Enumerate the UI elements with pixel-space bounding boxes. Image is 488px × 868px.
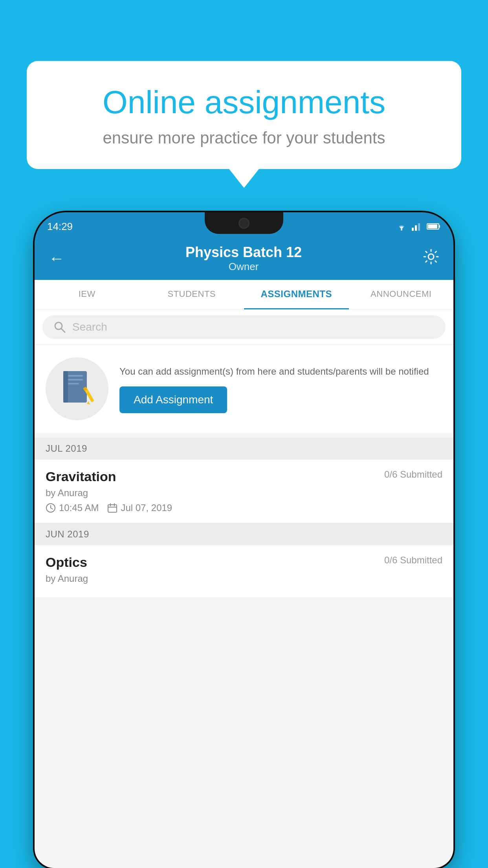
assignment-author-optics: by Anurag bbox=[46, 573, 442, 584]
wifi-icon bbox=[395, 222, 408, 231]
month-header-jul: JUL 2019 bbox=[35, 438, 453, 460]
svg-marker-17 bbox=[87, 401, 90, 405]
assignment-author: by Anurag bbox=[46, 487, 442, 498]
month-label-jun: JUN 2019 bbox=[46, 529, 89, 539]
svg-point-0 bbox=[401, 229, 402, 231]
tab-announcements[interactable]: ANNOUNCEMI bbox=[349, 280, 454, 309]
promo-description: You can add assignment(s) from here and … bbox=[119, 364, 442, 379]
assignment-submitted: 0/6 Submitted bbox=[384, 469, 442, 480]
svg-line-21 bbox=[51, 508, 53, 509]
month-header-jun: JUN 2019 bbox=[35, 523, 453, 545]
settings-button[interactable] bbox=[423, 248, 439, 268]
svg-rect-7 bbox=[428, 224, 437, 228]
assignment-date: Jul 07, 2019 bbox=[107, 502, 172, 513]
assignment-top-row-optics: Optics 0/6 Submitted bbox=[46, 555, 442, 570]
assignment-time-text: 10:45 AM bbox=[59, 502, 99, 513]
svg-line-10 bbox=[61, 329, 65, 332]
status-icons bbox=[395, 222, 441, 231]
signal-icon bbox=[412, 222, 423, 231]
front-camera bbox=[238, 218, 250, 229]
svg-rect-22 bbox=[108, 505, 117, 512]
svg-rect-13 bbox=[68, 375, 83, 377]
add-assignment-button[interactable]: Add Assignment bbox=[119, 386, 227, 413]
svg-point-8 bbox=[428, 254, 434, 259]
phone-frame: 14:29 bbox=[35, 212, 453, 868]
speech-bubble-container: Online assignments ensure more practice … bbox=[27, 61, 461, 188]
speech-bubble: Online assignments ensure more practice … bbox=[27, 61, 461, 169]
assignment-date-text: Jul 07, 2019 bbox=[121, 502, 172, 513]
svg-rect-1 bbox=[412, 228, 414, 231]
svg-rect-6 bbox=[439, 225, 440, 228]
header-title-area: Physics Batch 12 Owner bbox=[64, 244, 423, 273]
speech-bubble-title: Online assignments bbox=[58, 85, 430, 120]
clock-icon bbox=[46, 503, 56, 513]
phone-notch bbox=[205, 212, 283, 234]
phone-screen: 14:29 bbox=[35, 212, 453, 868]
assignment-top-row: Gravitation 0/6 Submitted bbox=[46, 469, 442, 484]
tab-students[interactable]: STUDENTS bbox=[139, 280, 244, 309]
calendar-icon bbox=[107, 503, 117, 513]
assignment-item-optics[interactable]: Optics 0/6 Submitted by Anurag bbox=[35, 545, 453, 598]
app-header: ← Physics Batch 12 Owner bbox=[35, 237, 453, 280]
speech-bubble-subtitle: ensure more practice for your students bbox=[58, 129, 430, 147]
assignment-item-gravitation[interactable]: Gravitation 0/6 Submitted by Anurag 10:4… bbox=[35, 460, 453, 523]
tab-assignments[interactable]: ASSIGNMENTS bbox=[244, 280, 349, 309]
svg-rect-3 bbox=[418, 223, 420, 231]
header-title: Physics Batch 12 bbox=[64, 244, 423, 261]
battery-icon bbox=[427, 223, 441, 230]
status-time: 14:29 bbox=[47, 221, 73, 233]
notebook-icon bbox=[59, 369, 95, 408]
svg-rect-12 bbox=[63, 371, 68, 403]
month-label-jul: JUL 2019 bbox=[46, 443, 87, 454]
phone-content: Search bbox=[35, 310, 453, 868]
search-bar[interactable]: Search bbox=[42, 315, 446, 339]
svg-rect-15 bbox=[68, 383, 79, 384]
promo-icon-circle bbox=[46, 357, 108, 420]
assignment-time: 10:45 AM bbox=[46, 502, 99, 513]
svg-rect-2 bbox=[415, 225, 417, 231]
assignment-datetime: 10:45 AM Jul 07, 2019 bbox=[46, 502, 442, 513]
promo-content: You can add assignment(s) from here and … bbox=[119, 364, 442, 413]
add-assignment-promo: You can add assignment(s) from here and … bbox=[35, 345, 453, 433]
tab-bar: IEW STUDENTS ASSIGNMENTS ANNOUNCEMI bbox=[35, 280, 453, 310]
header-subtitle: Owner bbox=[64, 261, 423, 273]
assignment-name: Gravitation bbox=[46, 469, 116, 484]
svg-rect-14 bbox=[68, 379, 83, 381]
tab-iew[interactable]: IEW bbox=[35, 280, 139, 309]
speech-bubble-pointer bbox=[229, 169, 259, 188]
search-placeholder: Search bbox=[72, 321, 107, 333]
assignment-name-optics: Optics bbox=[46, 555, 87, 570]
back-button[interactable]: ← bbox=[49, 250, 64, 267]
search-icon bbox=[53, 321, 66, 333]
search-bar-container: Search bbox=[35, 310, 453, 345]
assignment-submitted-optics: 0/6 Submitted bbox=[384, 555, 442, 566]
